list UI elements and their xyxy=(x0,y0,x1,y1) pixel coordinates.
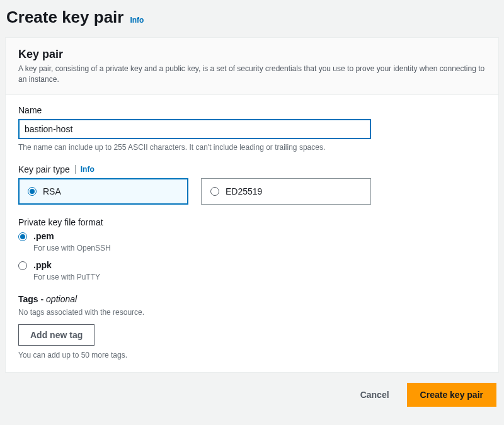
file-format-group: Private key file format .pem For use wit… xyxy=(18,217,486,281)
key-pair-type-label-text: Key pair type xyxy=(18,164,70,174)
radio-icon xyxy=(210,187,219,196)
tags-group: Tags - optional No tags associated with … xyxy=(18,294,486,317)
panel-body: Name The name can include up to 255 ASCI… xyxy=(6,95,498,372)
tags-label: Tags - optional xyxy=(18,294,486,304)
tags-empty: No tags associated with the resource. xyxy=(18,308,486,317)
tags-label-suffix: optional xyxy=(46,294,77,304)
label-divider xyxy=(75,165,76,174)
info-link-keytype[interactable]: Info xyxy=(81,165,94,174)
name-hint: The name can include up to 255 ASCII cha… xyxy=(18,143,486,152)
radio-text: .ppk For use with PuTTY xyxy=(33,260,100,281)
key-pair-panel: Key pair A key pair, consisting of a pri… xyxy=(5,37,499,373)
option-desc: For use with OpenSSH xyxy=(33,244,111,252)
name-group: Name The name can include up to 255 ASCI… xyxy=(18,105,486,152)
key-pair-type-rsa[interactable]: RSA xyxy=(18,178,188,205)
option-label: .ppk xyxy=(33,260,100,271)
file-format-label: Private key file format xyxy=(18,217,486,227)
cancel-button[interactable]: Cancel xyxy=(349,385,401,405)
file-format-options: .pem For use with OpenSSH .ppk For use w… xyxy=(18,231,486,281)
tile-label: ED25519 xyxy=(226,186,262,196)
tags-limit: You can add up to 50 more tags. xyxy=(18,351,486,360)
option-desc: For use with PuTTY xyxy=(33,273,100,281)
panel-title: Key pair xyxy=(18,48,486,61)
panel-header: Key pair A key pair, consisting of a pri… xyxy=(6,38,498,95)
key-pair-type-label: Key pair type Info xyxy=(18,164,486,174)
radio-icon xyxy=(28,187,37,196)
key-pair-type-options: RSA ED25519 xyxy=(18,178,486,205)
name-input[interactable] xyxy=(18,119,371,139)
radio-icon xyxy=(18,232,27,241)
key-pair-type-ed25519[interactable]: ED25519 xyxy=(201,178,371,205)
page-header: Create key pair Info xyxy=(6,8,498,27)
name-label: Name xyxy=(18,105,486,115)
file-format-pem[interactable]: .pem For use with OpenSSH xyxy=(18,231,486,252)
add-tag-button[interactable]: Add new tag xyxy=(18,324,94,346)
panel-description: A key pair, consisting of a private key … xyxy=(18,64,486,86)
footer-actions: Cancel Create key pair xyxy=(5,383,499,407)
key-pair-type-group: Key pair type Info RSA ED25519 xyxy=(18,164,486,205)
tile-label: RSA xyxy=(43,186,61,196)
tags-label-prefix: Tags - xyxy=(18,294,46,304)
file-format-ppk[interactable]: .ppk For use with PuTTY xyxy=(18,260,486,281)
info-link-header[interactable]: Info xyxy=(130,16,144,25)
radio-text: .pem For use with OpenSSH xyxy=(33,231,111,252)
option-label: .pem xyxy=(33,231,111,242)
create-key-pair-button[interactable]: Create key pair xyxy=(407,383,496,407)
radio-icon xyxy=(18,261,27,270)
page-title: Create key pair xyxy=(6,8,123,27)
